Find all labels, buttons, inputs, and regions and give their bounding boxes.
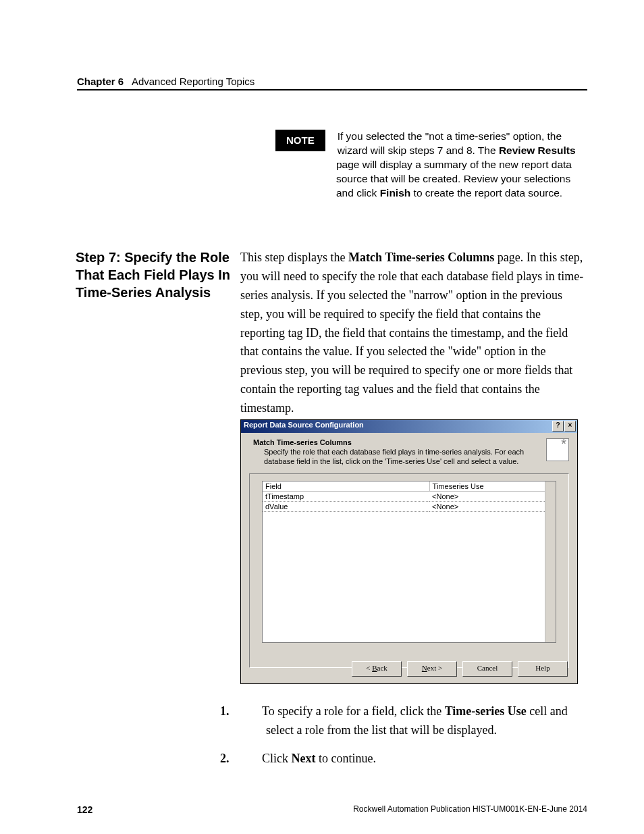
table-row[interactable]: tTimestamp <None>: [263, 491, 556, 501]
note-block: NOTE If you selected the "not a time-ser…: [275, 130, 587, 201]
dialog-subhead: Match Time-series Columns: [253, 438, 352, 446]
dialog-titlebar[interactable]: Report Data Source Configuration ? ×: [241, 420, 577, 433]
step-body: This step displays the Match Time-series…: [240, 249, 587, 418]
note-badge: NOTE: [275, 130, 325, 151]
cancel-button[interactable]: Cancel: [462, 661, 512, 677]
publication-info: Rockwell Automation Publication HIST-UM0…: [353, 804, 587, 814]
help-icon[interactable]: ?: [552, 421, 564, 432]
instruction-list: 1.To specify a role for a field, click t…: [243, 702, 587, 778]
col-timeseries-use[interactable]: Timeseries Use: [429, 481, 555, 492]
next-button[interactable]: Next >: [407, 661, 457, 677]
scrollbar[interactable]: [545, 481, 556, 642]
page-number: 122: [77, 804, 92, 815]
page-header: Chapter 6 Advanced Reporting Topics: [77, 76, 587, 87]
col-field[interactable]: Field: [263, 481, 429, 492]
dialog-title-text: Report Data Source Configuration: [244, 421, 364, 429]
chapter-label: Chapter 6: [77, 76, 124, 87]
field-table[interactable]: Field Timeseries Use tTimestamp <None> d…: [262, 481, 556, 643]
wizard-icon: [546, 438, 569, 461]
step-heading: Step 7: Specify the Role That Each Field…: [76, 249, 231, 301]
page-footer: 122 Rockwell Automation Publication HIST…: [77, 804, 587, 815]
close-icon[interactable]: ×: [564, 421, 576, 432]
list-item: 2.Click Next to continue.: [243, 750, 587, 768]
note-text: If you selected the "not a time-series" …: [336, 130, 587, 201]
back-button[interactable]: < Back: [352, 661, 402, 677]
dialog-description: Specify the role that each database fiel…: [264, 448, 534, 467]
table-row[interactable]: dValue <None>: [263, 501, 556, 511]
help-button[interactable]: Help: [518, 661, 568, 677]
dialog-window: Report Data Source Configuration ? × Mat…: [240, 419, 578, 684]
chapter-title: Advanced Reporting Topics: [132, 76, 254, 87]
list-item: 1.To specify a role for a field, click t…: [243, 702, 587, 740]
dialog-body: Field Timeseries Use tTimestamp <None> d…: [249, 473, 569, 668]
header-rule: [77, 89, 587, 90]
dialog-header: Match Time-series Columns Specify the ro…: [241, 433, 577, 469]
